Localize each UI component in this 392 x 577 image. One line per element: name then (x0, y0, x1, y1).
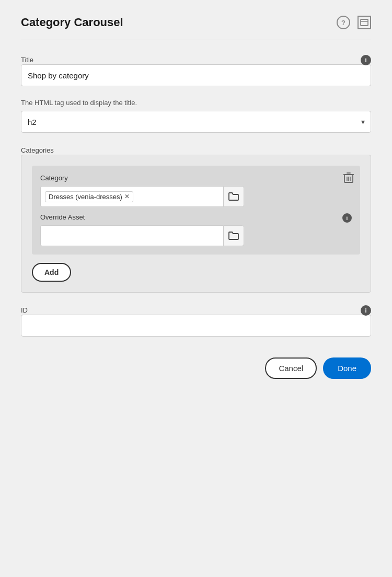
override-input[interactable] (40, 225, 223, 246)
id-label: ID (21, 306, 28, 314)
categories-label: Categories (21, 146, 54, 154)
html-tag-section: The HTML tag used to display the title. … (21, 99, 371, 133)
id-info-icon[interactable]: i (361, 305, 371, 316)
id-section: i ID (21, 305, 371, 337)
done-button[interactable]: Done (323, 357, 371, 379)
override-folder-button[interactable] (223, 225, 244, 246)
tag-remove-icon[interactable]: ✕ (124, 193, 130, 200)
category-field-label: Category (40, 174, 352, 182)
html-tag-helper: The HTML tag used to display the title. (21, 99, 371, 107)
category-tag: Dresses (venia-dresses) ✕ (45, 191, 133, 202)
override-input-row (40, 225, 244, 246)
category-tags-input[interactable]: Dresses (venia-dresses) ✕ (40, 186, 223, 207)
override-info-icon[interactable]: i (342, 213, 352, 223)
header-divider (21, 40, 371, 40)
header-icons: ? (337, 16, 371, 29)
category-input-row: Dresses (venia-dresses) ✕ (40, 186, 244, 207)
override-section: i Override Asset (40, 213, 352, 246)
title-info-icon[interactable]: i (361, 55, 371, 65)
cancel-button[interactable]: Cancel (265, 357, 317, 379)
page-title: Category Carousel (21, 16, 123, 29)
title-section: i Title (21, 55, 371, 86)
add-button[interactable]: Add (32, 263, 71, 282)
tag-label: Dresses (venia-dresses) (49, 193, 122, 201)
category-folder-button[interactable] (223, 186, 244, 207)
categories-container: Category Dresses (venia-dresses) ✕ (21, 155, 371, 293)
override-label: Override Asset (40, 213, 352, 221)
page-container: Category Carousel ? i Title The HTML tag… (0, 0, 392, 577)
header: Category Carousel ? (21, 16, 371, 29)
delete-icon[interactable] (343, 172, 354, 186)
footer-buttons: Cancel Done (21, 357, 371, 379)
title-label: Title (21, 56, 33, 64)
id-input[interactable] (21, 315, 371, 337)
svg-rect-0 (361, 19, 368, 26)
layout-icon[interactable] (358, 16, 371, 29)
title-input[interactable] (21, 64, 371, 86)
html-tag-select-wrapper: h1 h2 h3 h4 h5 h6 p span ▾ (21, 111, 371, 133)
category-item: Category Dresses (venia-dresses) ✕ (32, 166, 360, 255)
help-icon[interactable]: ? (337, 16, 350, 29)
categories-section: Categories Category (21, 145, 371, 293)
html-tag-select[interactable]: h1 h2 h3 h4 h5 h6 p span (21, 111, 371, 133)
